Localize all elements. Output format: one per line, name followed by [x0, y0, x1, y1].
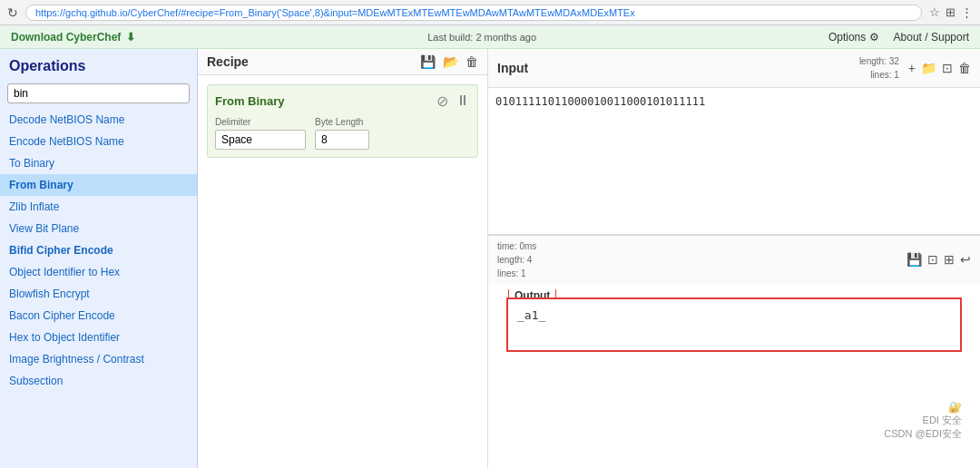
byte-length-field: Byte Length	[315, 117, 369, 150]
watermark-line2: CSDN @EDI安全	[884, 427, 962, 441]
sidebar-item-view-bit-plane[interactable]: View Bit Plane	[0, 218, 197, 239]
output-time: time: 0ms	[497, 239, 536, 253]
recipe-panel: Recipe 💾 📂 🗑 From Binary ⊘ ⏸	[198, 49, 488, 468]
sidebar-item-object-identifier-to-hex[interactable]: Object Identifier to Hex	[0, 261, 197, 283]
output-length: length: 4	[497, 253, 536, 267]
gear-icon: ⚙	[869, 31, 879, 44]
output-actions: 💾 ⊡ ⊞ ↩	[906, 252, 971, 267]
recipe-op-title: From Binary	[215, 94, 285, 108]
output-copy-icon[interactable]: ⊡	[927, 252, 938, 267]
input-textarea[interactable]: 01011111011000010011000101011111	[495, 95, 973, 227]
byte-length-label: Byte Length	[315, 117, 369, 127]
recipe-header: Recipe 💾 📂 🗑	[198, 49, 487, 75]
watermark-logo: 🔐	[884, 401, 962, 414]
recipe-content: From Binary ⊘ ⏸ Delimiter Byte Length	[198, 75, 487, 468]
watermark: 🔐 EDI 安全 CSDN @EDI安全	[884, 401, 962, 441]
menu-icon[interactable]: ⋮	[961, 5, 973, 19]
sidebar-item-from-binary[interactable]: From Binary	[0, 174, 197, 196]
output-undo-icon[interactable]: ↩	[960, 252, 971, 267]
download-icon[interactable]: ⬇	[126, 31, 135, 44]
recipe-op-fields: Delimiter Byte Length	[215, 117, 470, 150]
build-info: Last build: 2 months ago	[427, 32, 536, 43]
url-bar[interactable]: https://gchq.github.io/CyberChef/#recipe…	[25, 5, 922, 21]
sidebar-item-zlib-inflate[interactable]: Zlib Inflate	[0, 196, 197, 218]
sidebar-item-image-brightness-contrast[interactable]: Image Brightness / Contrast	[0, 348, 197, 370]
output-lines: lines: 1	[497, 267, 536, 280]
recipe-open-icon[interactable]: 📂	[443, 54, 458, 69]
star-icon[interactable]: ☆	[929, 5, 940, 19]
delimiter-label: Delimiter	[215, 117, 306, 127]
watermark-line1: EDI 安全	[884, 414, 962, 427]
output-meta: time: 0ms length: 4 lines: 1	[497, 239, 536, 280]
options-link[interactable]: Options ⚙	[828, 31, 879, 44]
browser-action-icons: ☆ ⊞ ⋮	[929, 5, 973, 19]
input-copy-icon[interactable]: ⊡	[942, 61, 953, 75]
content-area: Recipe 💾 📂 🗑 From Binary ⊘ ⏸	[198, 49, 980, 468]
recipe-op-card: From Binary ⊘ ⏸ Delimiter Byte Length	[207, 84, 478, 158]
recipe-title: Recipe	[207, 54, 249, 69]
sidebar: Operations Decode NetBIOS Name Encode Ne…	[0, 49, 198, 468]
input-meta: length: 32 lines: 1	[859, 54, 899, 82]
sidebar-item-bacon-cipher-encode[interactable]: Bacon Cipher Encode	[0, 305, 197, 327]
sidebar-item-blowfish-encrypt[interactable]: Blowfish Encrypt	[0, 283, 197, 305]
recipe-op-header: From Binary ⊘ ⏸	[215, 93, 470, 110]
output-border-wrapper: Output _a1_	[497, 297, 971, 352]
input-delete-icon[interactable]: 🗑	[958, 61, 971, 75]
extension-icon[interactable]: ⊞	[946, 5, 956, 19]
output-labeled-box: Output _a1_	[497, 297, 971, 352]
download-bar: Download CyberChef ⬇ Last build: 2 month…	[0, 25, 980, 49]
download-left: Download CyberChef ⬇	[11, 31, 135, 44]
byte-length-input[interactable]	[315, 130, 369, 150]
input-area[interactable]: 01011111011000010011000101011111	[488, 88, 980, 234]
refresh-icon[interactable]: ↻	[7, 5, 18, 20]
recipe-op-controls: ⊘ ⏸	[436, 93, 470, 110]
recipe-header-icons: 💾 📂 🗑	[420, 54, 478, 69]
sidebar-item-bifid-cipher-encode[interactable]: Bifid Cipher Encode	[0, 239, 197, 261]
main-layout: Operations Decode NetBIOS Name Encode Ne…	[0, 49, 980, 468]
input-actions: + 📁 ⊡ 🗑	[908, 61, 971, 75]
input-length: length: 32	[859, 54, 899, 68]
output-value: _a1_	[517, 308, 545, 322]
sidebar-title: Operations	[0, 49, 197, 80]
delimiter-field: Delimiter	[215, 117, 306, 150]
sidebar-item-hex-to-object-identifier[interactable]: Hex to Object Identifier	[0, 327, 197, 348]
input-section: Input length: 32 lines: 1 + 📁 ⊡ 🗑	[488, 49, 980, 235]
recipe-delete-icon[interactable]: 🗑	[466, 54, 478, 69]
browser-bar: ↻ https://gchq.github.io/CyberChef/#reci…	[0, 0, 980, 25]
input-header: Input length: 32 lines: 1 + 📁 ⊡ 🗑	[488, 49, 980, 88]
input-folder-icon[interactable]: 📁	[921, 61, 936, 75]
input-add-icon[interactable]: +	[908, 61, 916, 75]
input-lines: lines: 1	[859, 68, 899, 82]
input-title: Input	[497, 61, 528, 75]
delimiter-input[interactable]	[215, 130, 306, 150]
nav-links: Options ⚙ About / Support	[828, 31, 969, 44]
options-label: Options	[828, 31, 866, 44]
output-meta-bar: time: 0ms length: 4 lines: 1 💾 ⊡ ⊞ ↩	[488, 235, 980, 284]
output-box: _a1_	[506, 297, 962, 352]
output-share-icon[interactable]: ⊞	[944, 252, 955, 267]
output-save-icon[interactable]: 💾	[906, 252, 922, 267]
recipe-op-pause-icon[interactable]: ⏸	[456, 93, 470, 110]
download-text[interactable]: Download CyberChef	[11, 31, 121, 44]
about-link[interactable]: About / Support	[894, 31, 969, 44]
sidebar-item-decode-netbios[interactable]: Decode NetBIOS Name	[0, 109, 197, 131]
sidebar-item-to-binary[interactable]: To Binary	[0, 152, 197, 174]
sidebar-item-encode-netbios[interactable]: Encode NetBIOS Name	[0, 131, 197, 152]
sidebar-item-subsection[interactable]: Subsection	[0, 370, 197, 392]
recipe-save-icon[interactable]: 💾	[420, 54, 436, 69]
search-input[interactable]	[7, 83, 190, 103]
recipe-op-disable-icon[interactable]: ⊘	[436, 93, 448, 110]
